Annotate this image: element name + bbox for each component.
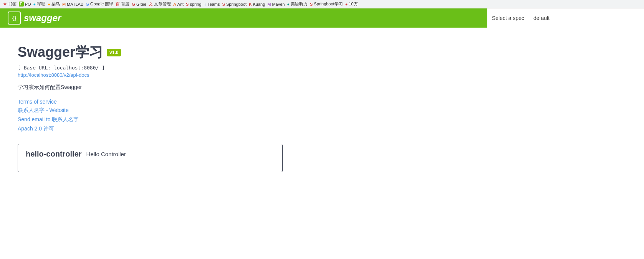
api-docs-link[interactable]: http://localhost:8080/v2/api-docs — [18, 72, 626, 78]
bookmark-item[interactable]: ● 10万 — [345, 1, 358, 7]
bookmark-item[interactable]: G Google 翻译 — [86, 1, 113, 7]
api-links: Terms of service 联系人名字 - Website Send em… — [18, 99, 626, 132]
bookmark-item[interactable]: A Ant — [173, 2, 184, 7]
version-badge: v1.0 — [107, 49, 121, 56]
swagger-header: {} swagger Select a spec — [0, 8, 644, 28]
swagger-logo-text: swagger — [24, 13, 61, 23]
bookmark-icon: ★ — [3, 2, 7, 7]
bookmark-icon: 百 — [116, 1, 120, 7]
bookmark-icon: ● — [345, 2, 348, 7]
bookmark-icon: M — [267, 2, 271, 7]
bookmark-item[interactable]: ● 美语听力 — [287, 1, 308, 7]
api-title-row: Swagger学习 v1.0 — [18, 43, 626, 62]
bookmark-item[interactable]: S Springboot — [222, 2, 247, 7]
bookmark-icon: M — [62, 2, 66, 7]
bookmark-icon: ● — [287, 2, 290, 7]
api-description: 学习演示如何配置Swagger — [18, 84, 626, 91]
bookmark-icon: A — [173, 2, 176, 7]
bookmark-item[interactable]: M Maven — [267, 2, 285, 7]
bookmark-item[interactable]: K Kuang — [249, 2, 265, 7]
bookmark-item[interactable]: ● 哔哩 — [33, 1, 46, 7]
api-title: Swagger学习 — [18, 43, 103, 62]
controller-body — [18, 164, 282, 172]
bookmark-icon: ● — [33, 2, 36, 7]
bookmark-item[interactable]: G Gitee — [132, 2, 146, 7]
bookmark-icon: 文 — [149, 1, 153, 7]
bookmark-item[interactable]: 文 文章管理 — [149, 1, 171, 7]
terms-of-service-link[interactable]: Terms of service — [18, 99, 626, 105]
bookmark-bar: ★ 书签 P PO ● 哔哩 ● 柴鸟 M MATLAB G Google 翻译… — [0, 0, 644, 8]
main-content: Swagger学习 v1.0 [ Base URL: localhost:808… — [0, 28, 644, 188]
controller-description: Hello Controller — [86, 151, 126, 157]
bookmark-item[interactable]: T Teams — [204, 2, 220, 7]
bookmark-item[interactable]: S Springboot学习 — [310, 1, 343, 7]
swagger-header-right: Select a spec — [487, 8, 644, 28]
bookmark-icon: P — [19, 2, 24, 7]
bookmark-icon: K — [249, 2, 252, 7]
license-link[interactable]: Apach 2.0 许可 — [18, 125, 626, 132]
bookmark-item[interactable]: ★ 书签 — [3, 1, 17, 7]
bookmark-item[interactable]: M MATLAB — [62, 2, 83, 7]
bookmark-item[interactable]: P PO — [19, 2, 31, 7]
swagger-logo-icon: {} — [8, 12, 21, 25]
bookmark-item[interactable]: S spring — [186, 2, 201, 7]
bookmark-icon: G — [86, 2, 89, 7]
bookmark-item[interactable]: ● 柴鸟 — [48, 1, 60, 7]
controller-header[interactable]: hello-controller Hello Controller — [18, 144, 282, 164]
bookmark-icon: G — [132, 2, 135, 7]
send-email-link[interactable]: Send email to 联系人名字 — [18, 116, 626, 123]
select-spec-label: Select a spec — [487, 8, 529, 28]
controller-name: hello-controller — [26, 150, 82, 158]
controller-section: hello-controller Hello Controller — [18, 144, 283, 172]
swagger-logo: {} swagger — [8, 12, 61, 25]
bookmark-icon: S — [186, 2, 189, 7]
bookmark-icon: T — [204, 2, 206, 7]
bookmark-icon: S — [222, 2, 225, 7]
bookmark-icon: S — [310, 2, 313, 7]
spec-selector-input[interactable] — [529, 8, 644, 28]
contact-website-link[interactable]: 联系人名字 - Website — [18, 107, 626, 114]
base-url: [ Base URL: localhost:8080/ ] — [18, 65, 626, 71]
bookmark-icon: ● — [48, 2, 50, 7]
bookmark-item[interactable]: 百 百度 — [116, 1, 129, 7]
